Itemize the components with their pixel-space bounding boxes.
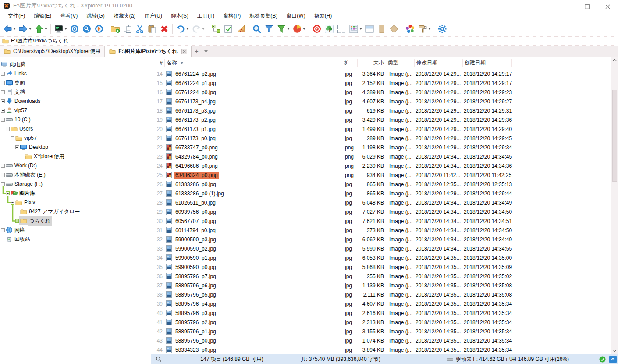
show-tree-button[interactable] xyxy=(323,22,335,35)
file-row[interactable]: 1466761224_p2.jpgjpg3,364 KBImage (j...2… xyxy=(152,69,611,78)
filter-button[interactable] xyxy=(263,22,275,35)
tree-expander-icon[interactable] xyxy=(1,72,5,76)
tree-item[interactable]: Desktop xyxy=(0,143,151,152)
tab-active[interactable]: F:\图片库\Pixiv\つちくれ xyxy=(105,46,191,57)
menu-item[interactable]: 跳转(G) xyxy=(82,12,109,20)
file-row[interactable]: 4458334323_p0.jpgjpg3,894 KBImage (j...2… xyxy=(152,345,611,354)
file-row[interactable]: 4158895796_p2.jpgjpg2,313 KBImage (j...2… xyxy=(152,318,611,327)
file-row[interactable]: 2266733747_p0.pngpng1,198 KBImage (...20… xyxy=(152,143,611,152)
scroll-down-icon[interactable] xyxy=(611,347,618,354)
dropdown-caret-icon[interactable] xyxy=(45,28,47,30)
menu-item[interactable]: 窗口(W) xyxy=(282,12,309,20)
file-name[interactable]: 66761173_p0.jpg xyxy=(174,135,217,142)
file-name[interactable]: 58895796_p1.jpg xyxy=(174,328,217,335)
tree-item[interactable]: 9427-アマガイタロー xyxy=(0,207,151,216)
file-row[interactable]: 2166761173_p0.jpgjpg289 KBImage (j...201… xyxy=(152,134,611,143)
split-view-button[interactable] xyxy=(363,22,376,35)
file-row[interactable]: 3060567707_p0.jpgjpg7,621 KBImage (j...2… xyxy=(152,216,611,226)
file-name[interactable]: 66761173_p2.jpg xyxy=(174,117,217,124)
tree-item[interactable]: vip57 xyxy=(0,134,151,143)
file-row[interactable]: 3359900590_p2.jpgjpg5,590 KBImage (j...2… xyxy=(152,244,611,253)
paste-button[interactable] xyxy=(146,22,158,35)
file-name[interactable]: 58895796_p7.jpg xyxy=(174,273,217,280)
checkbox-select-button[interactable] xyxy=(222,22,234,35)
file-name[interactable]: 66761173_p3.jpg xyxy=(174,107,217,114)
tree-item[interactable]: 图片库 xyxy=(0,189,151,198)
file-row[interactable]: 3958895796_p4.jpgjpg4,607 KBImage (j...2… xyxy=(152,299,611,308)
tree-item[interactable]: 桌面 xyxy=(0,78,151,88)
tree-item[interactable]: 回收站 xyxy=(0,235,151,244)
file-row[interactable]: 2661383286_p0.jpgjpg865 KBImage (j...201… xyxy=(152,180,611,189)
visual-filter-button[interactable] xyxy=(275,22,291,35)
tree-expander-icon[interactable] xyxy=(11,136,14,140)
tree-expander-icon[interactable] xyxy=(11,201,14,205)
pizza-button[interactable] xyxy=(234,22,247,35)
info-panel-button[interactable] xyxy=(388,22,400,35)
new-folder-button[interactable] xyxy=(109,22,121,35)
menu-item[interactable]: 文件(F) xyxy=(4,12,29,20)
computer-button[interactable] xyxy=(53,22,68,35)
file-row[interactable]: 2861026511_p0.jpgjpg6,048 KBImage (j...2… xyxy=(152,198,611,207)
tree-item[interactable]: 10 (C:) xyxy=(0,115,151,124)
new-tab-button[interactable]: + xyxy=(192,46,202,57)
dropdown-caret-icon[interactable] xyxy=(287,28,290,30)
title-bar[interactable]: F:\图片库\Pixiv\つちくれ - XYplorer 19.10.0200 xyxy=(0,0,618,11)
file-row[interactable]: 2066761173_p1.jpgjpg1,499 KBImage (j...2… xyxy=(152,124,611,134)
file-row[interactable]: 4058895796_p3.jpgjpg2,616 KBImage (j...2… xyxy=(152,308,611,318)
file-row[interactable]: 1666761224_p0.jpgjpg4,389 KBImage (j...2… xyxy=(152,88,611,97)
search-icon[interactable] xyxy=(151,356,166,362)
dropdown-caret-icon[interactable] xyxy=(64,28,67,30)
dual-pane-button[interactable] xyxy=(335,22,348,35)
scroll-up-icon[interactable] xyxy=(611,57,618,63)
file-row[interactable]: 4358895796_p0.jpgjpg1,074 KBImage (j...2… xyxy=(152,336,611,345)
column-header-modified[interactable]: 修改日期 xyxy=(415,59,463,67)
tree-item[interactable]: XYplorer使用 xyxy=(0,152,151,161)
tree-expander-icon[interactable] xyxy=(1,228,5,232)
tree-item[interactable]: Downloads xyxy=(0,97,151,106)
file-name[interactable]: 66761224_p1.jpg xyxy=(174,80,217,87)
tree-item[interactable]: 网络 xyxy=(0,226,151,235)
column-header-name[interactable]: 名称 xyxy=(165,59,342,67)
tree-item[interactable]: 文档 xyxy=(0,88,151,97)
tree-item[interactable]: Links xyxy=(0,69,151,78)
column-header-index[interactable]: # xyxy=(152,59,165,67)
tree-item[interactable]: 此电脑 xyxy=(0,60,151,69)
file-name[interactable]: 66761173_p4.jpg xyxy=(174,98,217,105)
tree-path-button[interactable] xyxy=(210,22,222,35)
tree-item[interactable]: Work (D:) xyxy=(0,161,151,170)
file-row[interactable]: 2364329784_p0.pngpng6,029 KBImage (...20… xyxy=(152,152,611,161)
file-name[interactable]: 58895796_p5.jpg xyxy=(174,291,217,298)
dropdown-caret-icon[interactable] xyxy=(359,28,362,30)
file-name[interactable]: 58895796_p0.jpg xyxy=(174,337,217,344)
cut-button[interactable] xyxy=(134,22,146,35)
dropdown-caret-icon[interactable] xyxy=(13,28,16,30)
tree-expander-icon[interactable] xyxy=(15,145,19,149)
delete-button[interactable] xyxy=(158,22,170,35)
dropdown-caret-icon[interactable] xyxy=(186,28,189,30)
copy-button[interactable] xyxy=(121,22,134,35)
tree-expander-icon[interactable] xyxy=(1,164,5,168)
file-name[interactable]: 58895796_p3.jpg xyxy=(174,310,217,317)
file-name[interactable]: 64196686_p0.png xyxy=(174,163,219,170)
file-name[interactable]: 61383286_p0.jpg xyxy=(174,181,217,188)
tree-expander-icon[interactable] xyxy=(1,109,5,113)
tree-expander-icon[interactable] xyxy=(6,127,10,131)
file-row[interactable]: 3459900590_p1.jpgjpg6,053 KBImage (j...2… xyxy=(152,253,611,262)
up-button[interactable] xyxy=(33,22,49,35)
tree-item[interactable]: Users xyxy=(0,124,151,134)
file-name[interactable]: 59900590_p0.jpg xyxy=(174,264,217,271)
file-row[interactable]: 1866761173_p3.jpgjpg619 KBImage (j...201… xyxy=(152,106,611,115)
file-name[interactable]: 60567707_p0.jpg xyxy=(174,218,217,225)
file-name[interactable]: 61026511_p0.jpg xyxy=(174,199,217,206)
file-name[interactable]: 58334323_p0.jpg xyxy=(174,346,217,353)
file-name[interactable]: 58895796_p6.jpg xyxy=(174,282,217,289)
file-row[interactable]: 3858895796_p5.jpgjpg2,111 KBImage (j...2… xyxy=(152,290,611,299)
tree-expander-icon[interactable] xyxy=(1,99,5,103)
file-row[interactable]: 2464196686_p0.pngpng2,239 KBImage (...20… xyxy=(152,161,611,170)
preview-pane-button[interactable] xyxy=(376,22,388,35)
file-name[interactable]: 63486324_p0.png xyxy=(174,172,219,179)
menu-item[interactable]: 用户(U) xyxy=(140,12,167,20)
paint-roller-button[interactable] xyxy=(416,22,432,35)
forward-button[interactable] xyxy=(17,22,33,35)
redo-button[interactable] xyxy=(190,22,206,35)
